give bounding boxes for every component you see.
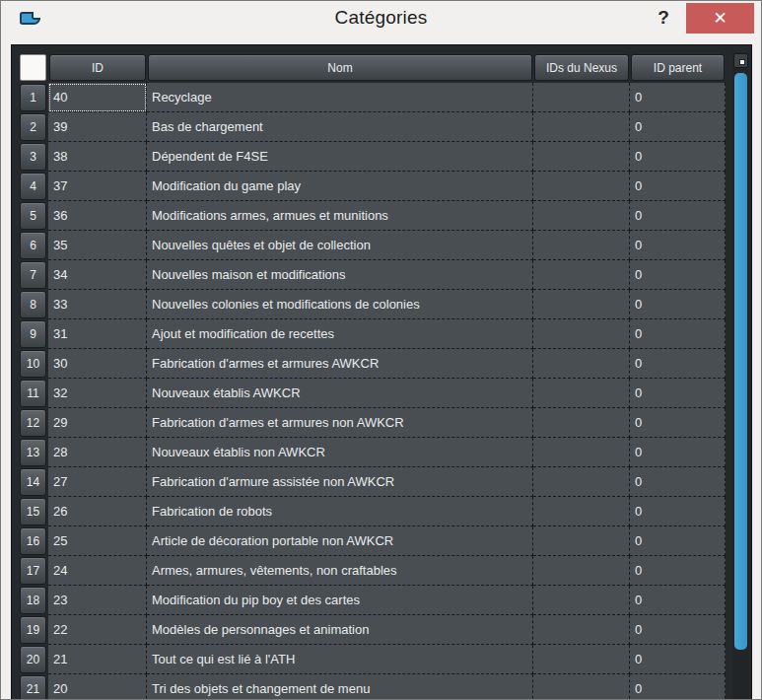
cell-nexus[interactable] bbox=[533, 349, 630, 379]
cell-nom[interactable]: Tri des objets et changement de menu bbox=[147, 674, 533, 700]
cell-parent[interactable]: 0 bbox=[630, 290, 726, 319]
cell-nom[interactable]: Modèles de personnages et animation bbox=[147, 615, 533, 645]
row-header[interactable]: 4 bbox=[20, 173, 46, 200]
close-button[interactable]: ✕ bbox=[686, 3, 754, 34]
cell-nom[interactable]: Nouvelles maison et modifications bbox=[147, 260, 533, 290]
cell-id[interactable]: 22 bbox=[48, 615, 147, 645]
cell-id[interactable]: 21 bbox=[48, 645, 147, 674]
cell-id[interactable]: 30 bbox=[48, 349, 147, 379]
cell-parent[interactable]: 0 bbox=[630, 112, 726, 142]
row-header[interactable]: 14 bbox=[20, 468, 46, 496]
cell-nexus[interactable] bbox=[533, 112, 630, 142]
cell-id[interactable]: 25 bbox=[48, 526, 147, 556]
row-header[interactable]: 2 bbox=[20, 113, 46, 141]
column-header-parent[interactable]: ID parent bbox=[631, 54, 725, 81]
cell-nexus[interactable] bbox=[533, 467, 630, 497]
cell-id[interactable]: 40 bbox=[48, 83, 147, 112]
row-header[interactable]: 18 bbox=[20, 587, 46, 614]
cell-id[interactable]: 38 bbox=[48, 142, 147, 172]
cell-id[interactable]: 24 bbox=[48, 556, 147, 586]
cell-id[interactable]: 36 bbox=[48, 201, 147, 231]
cell-nexus[interactable] bbox=[533, 172, 630, 201]
row-header[interactable]: 13 bbox=[20, 439, 46, 466]
cell-id[interactable]: 27 bbox=[48, 467, 147, 497]
cell-parent[interactable]: 0 bbox=[630, 467, 726, 497]
cell-nom[interactable]: Ajout et modification de recettes bbox=[147, 319, 533, 349]
row-header[interactable]: 8 bbox=[20, 291, 46, 318]
cell-parent[interactable]: 0 bbox=[630, 674, 726, 700]
cell-id[interactable]: 39 bbox=[48, 112, 147, 142]
row-header[interactable]: 19 bbox=[20, 616, 46, 644]
cell-parent[interactable]: 0 bbox=[630, 231, 726, 260]
row-header[interactable]: 9 bbox=[20, 320, 46, 348]
cell-nom[interactable]: Nouvelles quêtes et objet de collection bbox=[147, 231, 533, 260]
cell-parent[interactable]: 0 bbox=[630, 319, 726, 349]
cell-nom[interactable]: Nouvelles colonies et modifications de c… bbox=[147, 290, 533, 319]
cell-nom[interactable]: Modification du pip boy et des cartes bbox=[147, 586, 533, 615]
cell-nexus[interactable] bbox=[533, 408, 630, 438]
cell-nexus[interactable] bbox=[533, 142, 630, 172]
select-all-corner-cell[interactable] bbox=[20, 54, 46, 81]
cell-parent[interactable]: 0 bbox=[630, 260, 726, 290]
cell-nom[interactable]: Fabrication d'armes et armures AWKCR bbox=[147, 349, 533, 379]
cell-nom[interactable]: Nouveaux établis AWKCR bbox=[147, 379, 533, 408]
cell-parent[interactable]: 0 bbox=[630, 172, 726, 201]
cell-id[interactable]: 20 bbox=[48, 674, 147, 700]
cell-id[interactable]: 34 bbox=[48, 260, 147, 290]
cell-parent[interactable]: 0 bbox=[630, 497, 726, 526]
row-header[interactable]: 10 bbox=[20, 350, 46, 378]
cell-nexus[interactable] bbox=[533, 586, 630, 615]
row-header[interactable]: 12 bbox=[20, 409, 46, 437]
row-header[interactable]: 1 bbox=[20, 84, 46, 111]
cell-nexus[interactable] bbox=[533, 645, 630, 674]
cell-parent[interactable]: 0 bbox=[630, 615, 726, 645]
cell-nexus[interactable] bbox=[533, 83, 630, 112]
row-header[interactable]: 16 bbox=[20, 527, 46, 555]
cell-id[interactable]: 37 bbox=[48, 172, 147, 201]
scrollbar-up-button[interactable] bbox=[733, 53, 748, 68]
cell-parent[interactable]: 0 bbox=[630, 408, 726, 438]
row-header[interactable]: 3 bbox=[20, 143, 46, 171]
scrollbar-thumb[interactable] bbox=[734, 73, 747, 650]
cell-id[interactable]: 33 bbox=[48, 290, 147, 319]
cell-parent[interactable]: 0 bbox=[630, 142, 726, 172]
cell-id[interactable]: 31 bbox=[48, 319, 147, 349]
cell-nom[interactable]: Nouveaux établis non AWKCR bbox=[147, 438, 533, 467]
cell-nom[interactable]: Bas de chargement bbox=[147, 112, 533, 142]
cell-id[interactable]: 28 bbox=[48, 438, 147, 467]
row-header[interactable]: 15 bbox=[20, 498, 46, 525]
row-header[interactable]: 17 bbox=[20, 557, 46, 585]
cell-nexus[interactable] bbox=[533, 231, 630, 260]
row-header[interactable]: 7 bbox=[20, 261, 46, 289]
cell-nom[interactable]: Tout ce qui est lié à l'ATH bbox=[147, 645, 533, 674]
cell-parent[interactable]: 0 bbox=[630, 201, 726, 231]
cell-id[interactable]: 23 bbox=[48, 586, 147, 615]
column-header-nom[interactable]: Nom bbox=[148, 54, 532, 81]
cell-nom[interactable]: Armes, armures, vêtements, non craftable… bbox=[147, 556, 533, 586]
cell-nom[interactable]: Recyclage bbox=[147, 83, 533, 112]
cell-parent[interactable]: 0 bbox=[630, 586, 726, 615]
cell-id[interactable]: 29 bbox=[48, 408, 147, 438]
cell-nom[interactable]: Fabrication de robots bbox=[147, 497, 533, 526]
row-header[interactable]: 11 bbox=[20, 380, 46, 407]
cell-nexus[interactable] bbox=[533, 260, 630, 290]
cell-id[interactable]: 26 bbox=[48, 497, 147, 526]
column-header-id[interactable]: ID bbox=[49, 54, 146, 81]
cell-nom[interactable]: Dépendent de F4SE bbox=[147, 142, 533, 172]
cell-nexus[interactable] bbox=[533, 290, 630, 319]
cell-nom[interactable]: Article de décoration portable non AWKCR bbox=[147, 526, 533, 556]
cell-parent[interactable]: 0 bbox=[630, 379, 726, 408]
cell-parent[interactable]: 0 bbox=[630, 526, 726, 556]
help-button[interactable]: ? bbox=[652, 5, 675, 31]
vertical-scrollbar[interactable] bbox=[732, 52, 749, 700]
cell-nexus[interactable] bbox=[533, 438, 630, 467]
cell-nexus[interactable] bbox=[533, 497, 630, 526]
cell-id[interactable]: 32 bbox=[48, 379, 147, 408]
cell-nexus[interactable] bbox=[533, 379, 630, 408]
cell-nexus[interactable] bbox=[533, 556, 630, 586]
cell-nexus[interactable] bbox=[533, 319, 630, 349]
cell-parent[interactable]: 0 bbox=[630, 556, 726, 586]
cell-nexus[interactable] bbox=[533, 615, 630, 645]
cell-id[interactable]: 35 bbox=[48, 231, 147, 260]
cell-parent[interactable]: 0 bbox=[630, 438, 726, 467]
